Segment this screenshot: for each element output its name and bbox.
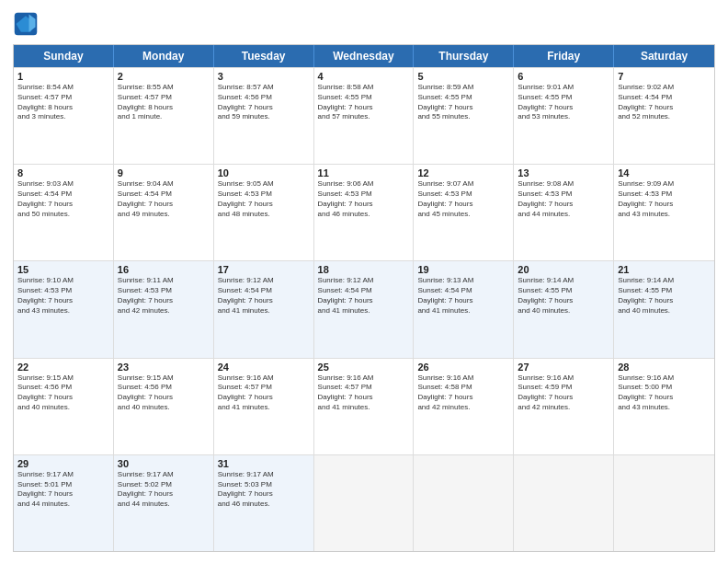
day-number: 29 xyxy=(17,458,109,469)
day-number: 1 xyxy=(17,71,109,82)
cell-text: Sunrise: 9:16 AM Sunset: 4:57 PM Dayligh… xyxy=(318,373,410,413)
cell-text: Sunrise: 9:17 AM Sunset: 5:02 PM Dayligh… xyxy=(118,470,210,510)
cell-text: Sunrise: 9:13 AM Sunset: 4:54 PM Dayligh… xyxy=(417,276,509,316)
cell-text: Sunrise: 9:16 AM Sunset: 4:59 PM Dayligh… xyxy=(518,373,609,413)
day-number: 20 xyxy=(518,264,609,275)
day-cell-19: 19Sunrise: 9:13 AM Sunset: 4:54 PM Dayli… xyxy=(414,261,514,357)
day-number: 26 xyxy=(417,362,509,373)
day-number: 4 xyxy=(318,71,410,82)
cell-text: Sunrise: 9:09 AM Sunset: 4:53 PM Dayligh… xyxy=(618,179,711,219)
header-cell-wednesday: Wednesday xyxy=(314,45,415,67)
day-cell-26: 26Sunrise: 9:16 AM Sunset: 4:58 PM Dayli… xyxy=(414,359,514,454)
cell-text: Sunrise: 9:04 AM Sunset: 4:54 PM Dayligh… xyxy=(118,179,210,219)
day-cell-27: 27Sunrise: 9:16 AM Sunset: 4:59 PM Dayli… xyxy=(514,359,614,454)
day-cell-22: 22Sunrise: 9:15 AM Sunset: 4:56 PM Dayli… xyxy=(14,359,114,454)
cell-text: Sunrise: 9:14 AM Sunset: 4:55 PM Dayligh… xyxy=(518,276,609,316)
day-cell-6: 6Sunrise: 9:01 AM Sunset: 4:55 PM Daylig… xyxy=(514,68,614,164)
day-cell-18: 18Sunrise: 9:12 AM Sunset: 4:54 PM Dayli… xyxy=(314,261,415,357)
cell-text: Sunrise: 9:10 AM Sunset: 4:53 PM Dayligh… xyxy=(17,276,109,316)
day-number: 12 xyxy=(417,167,509,178)
day-cell-3: 3Sunrise: 8:57 AM Sunset: 4:56 PM Daylig… xyxy=(214,68,314,164)
day-cell-14: 14Sunrise: 9:09 AM Sunset: 4:53 PM Dayli… xyxy=(614,165,714,260)
day-number: 17 xyxy=(218,264,310,275)
cell-text: Sunrise: 9:05 AM Sunset: 4:53 PM Dayligh… xyxy=(218,179,310,219)
calendar-row-3: 22Sunrise: 9:15 AM Sunset: 4:56 PM Dayli… xyxy=(14,358,714,454)
cell-text: Sunrise: 9:12 AM Sunset: 4:54 PM Dayligh… xyxy=(218,276,310,316)
header-cell-tuesday: Tuesday xyxy=(214,45,314,67)
day-cell-20: 20Sunrise: 9:14 AM Sunset: 4:55 PM Dayli… xyxy=(514,261,614,357)
empty-cell xyxy=(614,455,714,551)
day-cell-8: 8Sunrise: 9:03 AM Sunset: 4:54 PM Daylig… xyxy=(14,165,114,260)
day-cell-21: 21Sunrise: 9:14 AM Sunset: 4:55 PM Dayli… xyxy=(614,261,714,357)
day-cell-30: 30Sunrise: 9:17 AM Sunset: 5:02 PM Dayli… xyxy=(114,455,214,551)
header-cell-monday: Monday xyxy=(114,45,214,67)
header-cell-friday: Friday xyxy=(514,45,614,67)
day-number: 14 xyxy=(618,167,711,178)
cell-text: Sunrise: 9:15 AM Sunset: 4:56 PM Dayligh… xyxy=(17,373,109,413)
day-number: 7 xyxy=(618,71,711,82)
calendar-row-4: 29Sunrise: 9:17 AM Sunset: 5:01 PM Dayli… xyxy=(14,454,714,551)
day-cell-10: 10Sunrise: 9:05 AM Sunset: 4:53 PM Dayli… xyxy=(214,165,314,260)
cell-text: Sunrise: 9:12 AM Sunset: 4:54 PM Dayligh… xyxy=(318,276,410,316)
day-number: 25 xyxy=(318,362,410,373)
cell-text: Sunrise: 8:55 AM Sunset: 4:57 PM Dayligh… xyxy=(118,83,210,122)
cell-text: Sunrise: 9:01 AM Sunset: 4:55 PM Dayligh… xyxy=(518,83,609,122)
day-number: 24 xyxy=(218,362,310,373)
header-cell-sunday: Sunday xyxy=(14,45,114,67)
header-cell-thursday: Thursday xyxy=(414,45,514,67)
day-cell-29: 29Sunrise: 9:17 AM Sunset: 5:01 PM Dayli… xyxy=(14,455,114,551)
day-cell-9: 9Sunrise: 9:04 AM Sunset: 4:54 PM Daylig… xyxy=(114,165,214,260)
calendar-row-1: 8Sunrise: 9:03 AM Sunset: 4:54 PM Daylig… xyxy=(14,164,714,260)
day-number: 3 xyxy=(218,71,310,82)
calendar-row-2: 15Sunrise: 9:10 AM Sunset: 4:53 PM Dayli… xyxy=(14,260,714,357)
cell-text: Sunrise: 9:17 AM Sunset: 5:01 PM Dayligh… xyxy=(17,470,109,510)
day-number: 23 xyxy=(118,362,210,373)
header-cell-saturday: Saturday xyxy=(614,45,714,67)
calendar-body: 1Sunrise: 8:54 AM Sunset: 4:57 PM Daylig… xyxy=(14,67,714,551)
day-number: 22 xyxy=(17,362,109,373)
day-number: 28 xyxy=(618,362,711,373)
day-number: 30 xyxy=(118,458,210,469)
day-number: 18 xyxy=(318,264,410,275)
calendar: SundayMondayTuesdayWednesdayThursdayFrid… xyxy=(13,44,715,552)
day-cell-7: 7Sunrise: 9:02 AM Sunset: 4:54 PM Daylig… xyxy=(614,68,714,164)
day-cell-17: 17Sunrise: 9:12 AM Sunset: 4:54 PM Dayli… xyxy=(214,261,314,357)
day-cell-2: 2Sunrise: 8:55 AM Sunset: 4:57 PM Daylig… xyxy=(114,68,214,164)
day-number: 31 xyxy=(218,458,310,469)
empty-cell xyxy=(514,455,614,551)
cell-text: Sunrise: 9:06 AM Sunset: 4:53 PM Dayligh… xyxy=(318,179,410,219)
page: SundayMondayTuesdayWednesdayThursdayFrid… xyxy=(0,0,728,563)
empty-cell xyxy=(314,455,415,551)
day-number: 11 xyxy=(318,167,410,178)
cell-text: Sunrise: 9:17 AM Sunset: 5:03 PM Dayligh… xyxy=(218,470,310,510)
day-number: 15 xyxy=(17,264,109,275)
day-cell-23: 23Sunrise: 9:15 AM Sunset: 4:56 PM Dayli… xyxy=(114,359,214,454)
day-cell-13: 13Sunrise: 9:08 AM Sunset: 4:53 PM Dayli… xyxy=(514,165,614,260)
day-cell-31: 31Sunrise: 9:17 AM Sunset: 5:03 PM Dayli… xyxy=(214,455,314,551)
logo-icon xyxy=(13,11,39,37)
header xyxy=(13,11,715,37)
cell-text: Sunrise: 9:07 AM Sunset: 4:53 PM Dayligh… xyxy=(417,179,509,219)
cell-text: Sunrise: 9:03 AM Sunset: 4:54 PM Dayligh… xyxy=(17,179,109,219)
day-number: 27 xyxy=(518,362,609,373)
cell-text: Sunrise: 9:14 AM Sunset: 4:55 PM Dayligh… xyxy=(618,276,711,316)
day-cell-15: 15Sunrise: 9:10 AM Sunset: 4:53 PM Dayli… xyxy=(14,261,114,357)
day-cell-5: 5Sunrise: 8:59 AM Sunset: 4:55 PM Daylig… xyxy=(414,68,514,164)
cell-text: Sunrise: 9:16 AM Sunset: 4:57 PM Dayligh… xyxy=(218,373,310,413)
cell-text: Sunrise: 8:58 AM Sunset: 4:55 PM Dayligh… xyxy=(318,83,410,122)
day-cell-11: 11Sunrise: 9:06 AM Sunset: 4:53 PM Dayli… xyxy=(314,165,415,260)
cell-text: Sunrise: 9:15 AM Sunset: 4:56 PM Dayligh… xyxy=(118,373,210,413)
day-number: 6 xyxy=(518,71,609,82)
day-number: 21 xyxy=(618,264,711,275)
calendar-header: SundayMondayTuesdayWednesdayThursdayFrid… xyxy=(14,45,714,67)
day-number: 13 xyxy=(518,167,609,178)
day-number: 19 xyxy=(417,264,509,275)
logo xyxy=(13,11,42,37)
day-cell-4: 4Sunrise: 8:58 AM Sunset: 4:55 PM Daylig… xyxy=(314,68,415,164)
cell-text: Sunrise: 9:16 AM Sunset: 4:58 PM Dayligh… xyxy=(417,373,509,413)
day-number: 16 xyxy=(118,264,210,275)
day-cell-24: 24Sunrise: 9:16 AM Sunset: 4:57 PM Dayli… xyxy=(214,359,314,454)
day-number: 8 xyxy=(17,167,109,178)
day-number: 5 xyxy=(417,71,509,82)
day-cell-28: 28Sunrise: 9:16 AM Sunset: 5:00 PM Dayli… xyxy=(614,359,714,454)
